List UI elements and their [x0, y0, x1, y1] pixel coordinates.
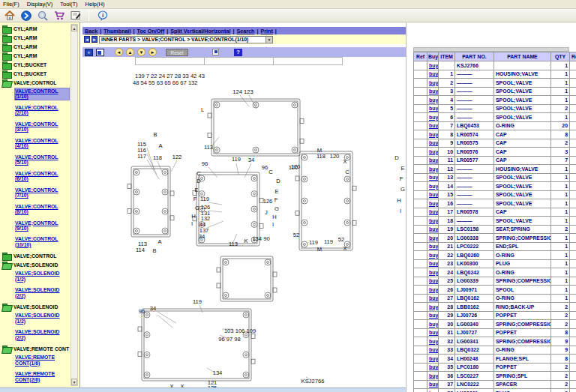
buy-link[interactable]: buy [429, 63, 438, 68]
buy-link[interactable]: buy [429, 270, 438, 275]
buy-link[interactable]: buy [429, 304, 438, 310]
buy-link[interactable]: buy [429, 132, 438, 137]
sidebar-folder-valve-remote-cont[interactable]: VALVE;REMOTE CONT [2, 346, 68, 352]
zoom-out-button[interactable] [96, 49, 104, 56]
sidebar-link-valve-remote-cont-1-6[interactable]: VALVE;REMOTE CONT(1/6) [15, 355, 69, 366]
sidebar-link-valve-control-2-10[interactable]: VALVE;CONTROL (2/10) [15, 105, 69, 116]
sidebar-folder-cyl-arm[interactable]: CYL;ARM [2, 34, 68, 41]
buy-link[interactable]: buy [429, 140, 438, 145]
breadcrumb-combobox[interactable]: INNER PARTS > VALVE;CONTROL > VALVE;CONT… [99, 36, 273, 43]
parts-table-panel: Ref Buy ITEM PART NO. PART NAME QTY Re b… [406, 22, 576, 392]
pan-down-button[interactable]: ▼ [137, 48, 146, 56]
chevron-down-icon[interactable]: ▼ [266, 37, 272, 43]
buy-link[interactable]: buy [429, 339, 438, 344]
buy-link[interactable]: buy [429, 226, 438, 232]
buy-link[interactable]: buy [429, 123, 438, 128]
pan-up-button[interactable]: ▲ [126, 48, 134, 56]
search-icon[interactable] [37, 10, 48, 21]
forward-icon[interactable] [20, 10, 32, 21]
help-button[interactable]: ? [234, 49, 242, 56]
scroll-up-icon[interactable]: ▲ [71, 25, 77, 31]
buy-link[interactable]: buy [429, 115, 438, 120]
scroll-down-icon[interactable]: ▼ [71, 379, 77, 385]
menu-help-h[interactable]: Help(H) [86, 1, 105, 7]
nav-link-print[interactable]: Print [260, 28, 272, 34]
cart-icon[interactable] [53, 10, 64, 21]
sidebar-link-valve-control-7-10[interactable]: VALVE;CONTROL (7/10) [15, 187, 69, 199]
buy-link[interactable]: buy [429, 253, 438, 258]
sidebar-folder-cyl-bucket[interactable]: CYL;BUCKET [2, 70, 68, 77]
buy-link[interactable]: buy [429, 287, 438, 292]
sidebar-link-valve-control-10-10[interactable]: VALVE;CONTROL (10/10) [15, 236, 69, 247]
buy-link[interactable]: buy [429, 356, 438, 361]
buy-link[interactable]: buy [429, 157, 438, 163]
nav-link-back[interactable]: Back [85, 28, 98, 34]
buy-link[interactable]: buy [429, 201, 438, 206]
buy-link[interactable]: buy [429, 71, 438, 76]
nav-link-thumbnail[interactable]: Thumbnail [104, 28, 130, 34]
buy-link[interactable]: buy [429, 88, 438, 94]
sidebar-folder-valve-control[interactable]: VALVE;CONTROL [2, 79, 68, 86]
buy-link[interactable]: buy [429, 244, 438, 249]
buy-link[interactable]: buy [429, 149, 438, 154]
buy-link[interactable]: buy [429, 218, 438, 223]
nav-link-split-vertical-horizontal[interactable]: Split Vertical/Horizontal [170, 28, 230, 34]
sidebar-link-valve-control-8-10[interactable]: VALVE;CONTROL (8/10) [15, 204, 69, 215]
zoom-in-button[interactable]: + [85, 49, 93, 56]
sidebar-folder-valve-solenoid[interactable]: VALVE;SOLENOID [2, 262, 68, 268]
sidebar-link-valve-control-6-10[interactable]: VALVE;CONTROL (6/10) [15, 171, 69, 182]
sidebar-folder-valve-control[interactable]: VALVE;CONTROL [2, 253, 68, 259]
home-icon[interactable] [4, 10, 15, 21]
nav-link-toc-on-off[interactable]: Toc On/Off [137, 28, 165, 34]
buy-link[interactable]: buy [429, 322, 438, 327]
info-icon[interactable]: i [97, 10, 108, 21]
buy-link[interactable]: buy [429, 175, 438, 180]
sidebar-link-valve-solenoid-2-2[interactable]: VALVE;SOLENOID (2/2) [15, 287, 69, 298]
menu-display-v[interactable]: Display(V) [27, 1, 53, 7]
sidebar-link-valve-solenoid-1-2[interactable]: VALVE;SOLENOID (1/2) [15, 313, 69, 324]
buy-link[interactable]: buy [429, 313, 438, 318]
breadcrumb-back-button[interactable]: ◄ [84, 36, 90, 43]
sidebar-link-valve-remote-cont-2-6[interactable]: VALVE;REMOTE CONT(2/6) [15, 371, 69, 382]
menu-tool-t[interactable]: Tool(T) [60, 1, 77, 7]
buy-link[interactable]: buy [429, 295, 438, 301]
breadcrumb-forward-button[interactable]: ► [92, 36, 98, 43]
buy-link[interactable]: buy [429, 106, 438, 111]
buy-link[interactable]: buy [429, 166, 438, 172]
cell-part-no: ——— [455, 217, 494, 226]
buy-link[interactable]: buy [429, 278, 438, 283]
sidebar-link-valve-control-9-10[interactable]: VALVE;CONTROL (9/10) [15, 220, 69, 232]
sidebar-link-valve-solenoid-2-2[interactable]: VALVE;SOLENOID (2/2) [15, 329, 69, 340]
buy-link[interactable]: buy [429, 209, 438, 214]
buy-link[interactable]: buy [429, 382, 438, 387]
sidebar-folder-cyl-arm[interactable]: CYL;ARM [2, 43, 68, 50]
buy-link[interactable]: buy [429, 330, 438, 335]
buy-link[interactable]: buy [429, 97, 438, 103]
sidebar-link-valve-solenoid-1-2[interactable]: VALVE;SOLENOID (1/2) [15, 271, 69, 282]
sidebar-folder-cyl-arm[interactable]: CYL;ARM [2, 52, 68, 59]
reset-button[interactable]: Reset [166, 49, 188, 56]
buy-link[interactable]: buy [429, 80, 438, 85]
sidebar-link-valve-control-5-10[interactable]: VALVE;CONTROL (5/10) [15, 154, 69, 166]
buy-link[interactable]: buy [429, 347, 438, 352]
sidebar-scrollbar[interactable]: ▲ ▼ [70, 24, 78, 386]
sidebar-link-valve-control-1-10[interactable]: VALVE;CONTROL (1/10) [15, 88, 69, 100]
buy-link[interactable]: buy [429, 373, 438, 379]
sidebar-folder-valve-solenoid[interactable]: VALVE;SOLENOID [2, 304, 68, 310]
pan-right-button[interactable]: ► [148, 48, 157, 56]
buy-link[interactable]: buy [429, 235, 438, 241]
sidebar-link-valve-control-4-10[interactable]: VALVE;CONTROL (4/10) [15, 138, 69, 149]
menu-file-f[interactable]: File(F) [3, 1, 20, 7]
sidebar-link-valve-control-3-10[interactable]: VALVE;CONTROL (3/10) [15, 121, 69, 133]
buy-link[interactable]: buy [429, 192, 438, 197]
nav-link-search[interactable]: Search [236, 28, 254, 34]
edit-icon[interactable] [70, 10, 81, 21]
pan-left-button[interactable]: ◄ [115, 48, 123, 56]
buy-link[interactable]: buy [429, 364, 438, 370]
page-icon[interactable] [212, 49, 219, 55]
diagram-area[interactable]: 139 7 22 24 27 28 33 42 4348 54 55 63 65… [82, 57, 406, 388]
sidebar-folder-cyl-arm[interactable]: CYL;ARM [2, 25, 68, 32]
buy-link[interactable]: buy [429, 184, 438, 189]
sidebar-folder-cyl-bucket[interactable]: CYL;BUCKET [2, 61, 68, 68]
buy-link[interactable]: buy [429, 261, 438, 266]
